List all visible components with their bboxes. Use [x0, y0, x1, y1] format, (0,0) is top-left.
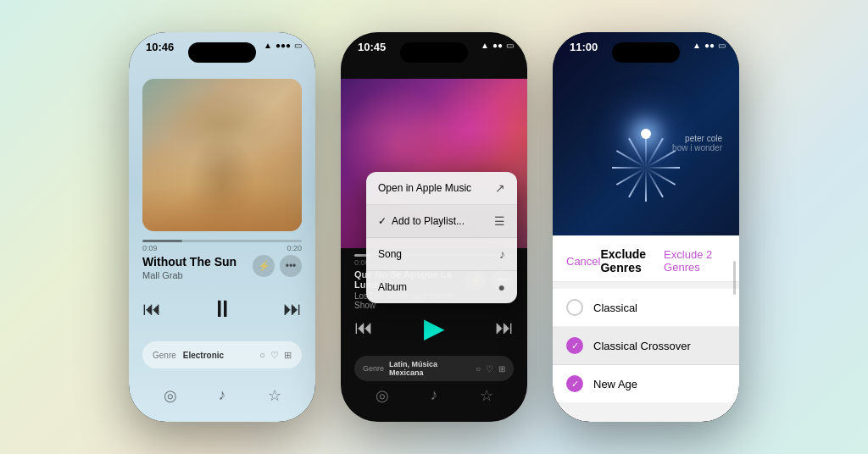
- genre-item-new-age[interactable]: ✓ New Age: [553, 365, 739, 402]
- track-info-1: Without The Sun Mall Grab ⚡ •••: [142, 255, 302, 280]
- wifi-icon-2: ▲: [481, 41, 489, 50]
- battery-icon-2: ▭: [506, 41, 514, 50]
- progress-fill-1: [142, 240, 182, 242]
- genre-name-classical: Classical: [593, 302, 637, 314]
- album-art-scene-1: [142, 140, 302, 231]
- signal-icon-3: ●●: [704, 41, 715, 50]
- ctx-album[interactable]: Album ●: [366, 271, 517, 303]
- phone-1-screen: 10:46 ▲ ●●● ▭ 0:09 0:20 Without The Sun …: [129, 32, 315, 422]
- album-art-1: [142, 79, 302, 231]
- track-title-1: Without The Sun: [142, 255, 236, 269]
- status-time-2: 10:45: [358, 41, 386, 53]
- ctx-open-apple-music[interactable]: Open in Apple Music ↗: [366, 172, 517, 205]
- ctx-song[interactable]: Song ♪: [366, 238, 517, 271]
- genre-name-classical-crossover: Classical Crossover: [593, 340, 691, 352]
- artist-name-3: peter cole: [553, 134, 722, 143]
- genre-check-new-age: ✓: [566, 375, 583, 392]
- dynamic-island-1: [188, 42, 256, 63]
- exclude-title: Exclude Genres: [600, 247, 664, 274]
- album-name-3: how i wonder: [553, 143, 722, 152]
- ctx-check-mark: ✓: [378, 215, 387, 227]
- signal-icon-2: ●●: [492, 41, 503, 50]
- genre-item-classical-crossover[interactable]: ✓ Classical Crossover: [553, 327, 739, 365]
- genre-bar-2[interactable]: Genre Latin, Música Mexicana ○ ♡ ⊞: [354, 356, 514, 381]
- genre-item-classical[interactable]: Classical: [553, 289, 739, 327]
- radio-icon-1[interactable]: ◎: [164, 386, 177, 405]
- ctx-open-label: Open in Apple Music: [378, 182, 471, 194]
- grid-icon-1: ⊞: [284, 350, 292, 361]
- exclude-header: Cancel Exclude Genres Exclude 2 Genres: [553, 235, 739, 282]
- bottom-icons-1: ◎ ♪ ☆: [142, 386, 302, 405]
- track-text-1: Without The Sun Mall Grab: [142, 255, 236, 280]
- star-icon-1[interactable]: ☆: [268, 386, 281, 405]
- lightning-button-1[interactable]: ⚡: [253, 255, 275, 277]
- progress-total-1: 0:20: [287, 244, 302, 252]
- genre-label-1: Genre: [153, 351, 176, 360]
- note-icon: ♪: [499, 247, 505, 261]
- pause-button-1[interactable]: ⏸: [210, 295, 234, 323]
- phone-2-screen: 10:45 ▲ ●● ▭ Open in Apple Music ↗ ✓ Add…: [341, 32, 527, 422]
- status-time-1: 10:46: [146, 41, 174, 53]
- playback-controls-2: ⏮ ▶ ⏭: [354, 312, 514, 344]
- track-actions-1: ⚡ •••: [253, 255, 302, 277]
- ctx-album-label: Album: [378, 281, 498, 293]
- ctx-song-label: Song: [378, 248, 499, 260]
- progress-current-1: 0:09: [142, 244, 158, 252]
- genre-label-2: Genre: [363, 364, 384, 373]
- star-ray-6: [645, 168, 647, 202]
- ctx-add-playlist[interactable]: ✓ Add to Playlist... ☰: [366, 205, 517, 238]
- genre-value-2: Latin, Música Mexicana: [389, 360, 470, 377]
- status-icons-3: ▲ ●● ▭: [693, 41, 726, 50]
- exclude-genres-panel: Cancel Exclude Genres Exclude 2 Genres C…: [553, 235, 739, 422]
- genre-name-new-age: New Age: [593, 378, 637, 390]
- list-icon: ☰: [494, 214, 505, 228]
- rewind-button-2[interactable]: ⏮: [354, 317, 373, 339]
- status-time-3: 11:00: [570, 41, 598, 53]
- genre-value-1: Electronic: [183, 351, 253, 360]
- music-icon-2[interactable]: ♪: [431, 386, 438, 405]
- phone-1: 10:46 ▲ ●●● ▭ 0:09 0:20 Without The Sun …: [129, 32, 315, 422]
- heart-icon-1: ♡: [270, 350, 279, 361]
- scroll-indicator-3: [733, 261, 736, 295]
- genre-check-classical-crossover: ✓: [566, 337, 583, 354]
- genre-bar-1[interactable]: Genre Electronic ○ ♡ ⊞: [142, 341, 302, 368]
- rewind-button-1[interactable]: ⏮: [142, 298, 161, 320]
- share-icon: ↗: [495, 181, 505, 195]
- status-icons-2: ▲ ●● ▭: [481, 41, 514, 50]
- exclude-action-button[interactable]: Exclude 2 Genres: [664, 248, 726, 274]
- battery-icon-3: ▭: [718, 41, 726, 50]
- status-icons-1: ▲ ●●● ▭: [264, 41, 302, 50]
- phone-3: 11:00 ▲ ●● ▭: [553, 32, 739, 422]
- battery-icon-1: ▭: [294, 41, 302, 50]
- ctx-add-playlist-label: Add to Playlist...: [392, 215, 494, 227]
- star-ray-9: [612, 167, 646, 169]
- music-icon-1[interactable]: ♪: [219, 386, 226, 405]
- more-button-1[interactable]: •••: [280, 255, 302, 277]
- genre-icons-1: ○ ♡ ⊞: [259, 350, 292, 361]
- bottom-icons-2: ◎ ♪ ☆: [354, 386, 514, 405]
- context-menu: Open in Apple Music ↗ ✓ Add to Playlist.…: [366, 172, 517, 303]
- star-icon-2[interactable]: ☆: [480, 386, 493, 405]
- track-artist-1: Mall Grab: [142, 270, 236, 280]
- star-ray-3: [646, 167, 680, 169]
- wifi-icon-3: ▲: [693, 41, 701, 50]
- radio-icon-2[interactable]: ◎: [376, 386, 389, 405]
- forward-button-2[interactable]: ⏭: [495, 317, 514, 339]
- circle-icon-2: ○: [476, 364, 481, 374]
- progress-bar-1[interactable]: [142, 240, 302, 242]
- play-button-2[interactable]: ▶: [424, 312, 445, 344]
- cancel-button-3[interactable]: Cancel: [566, 255, 600, 268]
- artist-album-text: peter cole how i wonder: [553, 134, 739, 152]
- phone-2: 10:45 ▲ ●● ▭ Open in Apple Music ↗ ✓ Add…: [341, 32, 527, 422]
- signal-icon-1: ●●●: [275, 41, 291, 50]
- playback-controls-1: ⏮ ⏸ ⏭: [142, 295, 302, 323]
- phone-3-screen: 11:00 ▲ ●● ▭: [553, 32, 739, 422]
- vinyl-icon: ●: [498, 280, 505, 294]
- genre-check-classical: [566, 299, 583, 316]
- forward-button-1[interactable]: ⏭: [283, 298, 302, 320]
- dynamic-island-3: [612, 42, 680, 63]
- heart-icon-2: ♡: [486, 364, 493, 374]
- wifi-icon-1: ▲: [264, 41, 272, 50]
- progress-times-1: 0:09 0:20: [142, 244, 302, 252]
- dynamic-island-2: [400, 42, 468, 63]
